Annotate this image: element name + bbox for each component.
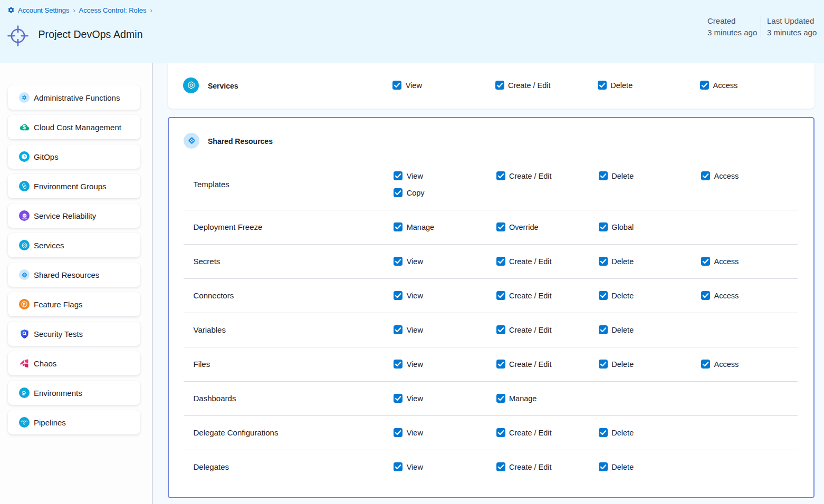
svg-text:$: $ <box>23 124 26 130</box>
